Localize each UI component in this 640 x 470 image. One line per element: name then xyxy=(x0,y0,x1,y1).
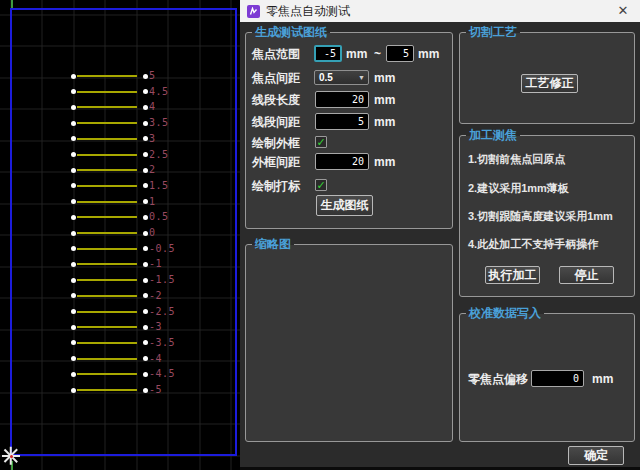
line-end-dot xyxy=(143,372,148,377)
focus-value-label: 2 xyxy=(149,164,156,176)
draw-mark-checkbox[interactable]: ✓ xyxy=(315,179,327,191)
focus-value-label: 4 xyxy=(149,101,156,113)
focus-range-label: 焦点范围 xyxy=(252,46,300,62)
focus-test-note-3: 3.切割跟随高度建议采用1mm xyxy=(468,209,613,223)
segment-length-label: 线段长度 xyxy=(252,92,300,108)
chevron-down-icon[interactable]: ▼ xyxy=(358,74,365,82)
focus-value-label: 0 xyxy=(149,227,156,239)
zero-focus-offset-label: 零焦点偏移 xyxy=(468,371,528,387)
focus-test-note-2: 2.建议采用1mm薄板 xyxy=(468,181,569,195)
group-cut-process-title: 切割工艺 xyxy=(466,25,520,39)
focus-value-label: -1.5 xyxy=(149,274,175,286)
focus-range-max-input[interactable]: 5 xyxy=(386,45,414,62)
line-start-dot xyxy=(71,262,76,267)
focus-range-max-unit: mm xyxy=(418,46,439,62)
group-calibration-title: 校准数据写入 xyxy=(466,306,544,320)
test-line-segment xyxy=(77,216,137,218)
test-line-segment xyxy=(77,311,137,313)
test-line-segment xyxy=(77,389,137,391)
stop-button[interactable]: 停止 xyxy=(559,266,614,284)
group-thumbnail-title: 缩略图 xyxy=(252,237,294,251)
draw-frame-checkbox[interactable]: ✓ xyxy=(315,136,327,148)
test-line-segment xyxy=(77,122,137,124)
focus-value-label: -0.5 xyxy=(149,243,175,255)
test-line-segment xyxy=(77,185,137,187)
segment-length-unit: mm xyxy=(374,92,395,108)
focus-value-label: 3.5 xyxy=(149,117,169,129)
test-line-segment xyxy=(77,154,137,156)
line-end-dot xyxy=(143,231,148,236)
frame-gap-input[interactable]: 20 xyxy=(315,153,369,170)
line-end-dot xyxy=(143,152,148,157)
line-end-dot xyxy=(143,105,148,110)
test-line-segment xyxy=(77,201,137,203)
focus-value-label: 2.5 xyxy=(149,149,169,161)
close-icon[interactable]: ✕ xyxy=(615,3,631,19)
line-start-dot xyxy=(71,152,76,157)
frame-gap-label: 外框间距 xyxy=(252,154,300,170)
line-start-dot xyxy=(71,215,76,220)
test-line-segment xyxy=(77,358,137,360)
line-end-dot xyxy=(143,121,148,126)
axis-tick-top xyxy=(11,0,13,8)
test-line-segment xyxy=(77,342,137,344)
draw-frame-label: 绘制外框 xyxy=(252,135,300,151)
focus-test-note-4: 4.此处加工不支持手柄操作 xyxy=(468,237,598,251)
zero-focus-offset-input[interactable]: 0 xyxy=(531,370,584,387)
focus-value-label: 3 xyxy=(149,133,156,145)
line-end-dot xyxy=(143,74,148,79)
line-start-dot xyxy=(71,121,76,126)
focus-test-note-1: 1.切割前焦点回原点 xyxy=(468,152,565,166)
focus-value-label: 1.5 xyxy=(149,180,169,192)
focus-value-label: -2.5 xyxy=(149,306,175,318)
focus-step-value: 0.5 xyxy=(319,72,333,83)
focus-range-min-unit: mm xyxy=(346,46,367,62)
generate-drawing-button[interactable]: 生成图纸 xyxy=(316,195,373,216)
line-end-dot xyxy=(143,278,148,283)
focus-value-label: -4 xyxy=(149,353,162,365)
segment-length-input[interactable]: 20 xyxy=(315,91,369,108)
line-start-dot xyxy=(71,372,76,377)
focus-value-label: 0.5 xyxy=(149,211,169,223)
test-line-segment xyxy=(77,75,137,77)
test-line-segment xyxy=(77,232,137,234)
test-line-segment xyxy=(77,106,137,108)
process-adjust-button[interactable]: 工艺修正 xyxy=(521,74,578,93)
test-line-segment xyxy=(77,169,137,171)
line-end-dot xyxy=(143,215,148,220)
segment-gap-input[interactable]: 5 xyxy=(315,113,369,130)
line-start-dot xyxy=(71,325,76,330)
line-end-dot xyxy=(143,325,148,330)
execute-processing-button[interactable]: 执行加工 xyxy=(485,266,540,284)
focus-value-label: 5 xyxy=(149,70,156,82)
focus-value-label: -2 xyxy=(149,290,162,302)
line-start-dot xyxy=(71,388,76,393)
test-line-segment xyxy=(77,91,137,93)
focus-step-dropdown[interactable]: 0.5 ▼ xyxy=(314,70,369,85)
test-line-segment xyxy=(77,263,137,265)
group-thumbnail: 缩略图 xyxy=(245,244,453,442)
group-focus-test-title: 加工测焦 xyxy=(466,128,520,142)
focus-range-min-input[interactable]: -5 xyxy=(314,45,342,62)
range-separator: ~ xyxy=(374,46,381,62)
ok-button[interactable]: 确定 xyxy=(568,446,624,465)
line-start-dot xyxy=(71,309,76,314)
focus-step-label: 焦点间距 xyxy=(252,70,300,86)
line-start-dot xyxy=(71,105,76,110)
line-start-dot xyxy=(71,74,76,79)
focus-step-unit: mm xyxy=(374,70,395,86)
test-line-segment xyxy=(77,373,137,375)
focus-value-label: 1 xyxy=(149,196,156,208)
group-cut-process: 切割工艺 工艺修正 xyxy=(459,32,635,124)
dialog-title: 零焦点自动测试 xyxy=(266,3,350,20)
line-end-dot xyxy=(143,388,148,393)
zero-focus-auto-test-dialog: 零焦点自动测试 ✕ 生成测试图纸 焦点范围 -5 mm ~ 5 mm 焦点间距 … xyxy=(240,0,640,470)
focus-value-label: -3.5 xyxy=(149,337,175,349)
cad-canvas[interactable]: 54.543.532.521.510.50-0.5-1-1.5-2-2.5-3-… xyxy=(0,0,240,470)
app-logo-icon xyxy=(247,5,260,18)
dialog-titlebar[interactable]: 零焦点自动测试 ✕ xyxy=(240,0,640,22)
group-generate-title: 生成测试图纸 xyxy=(252,25,330,39)
focus-value-label: -5 xyxy=(149,384,162,396)
zero-focus-offset-unit: mm xyxy=(592,371,613,387)
line-end-dot xyxy=(143,168,148,173)
